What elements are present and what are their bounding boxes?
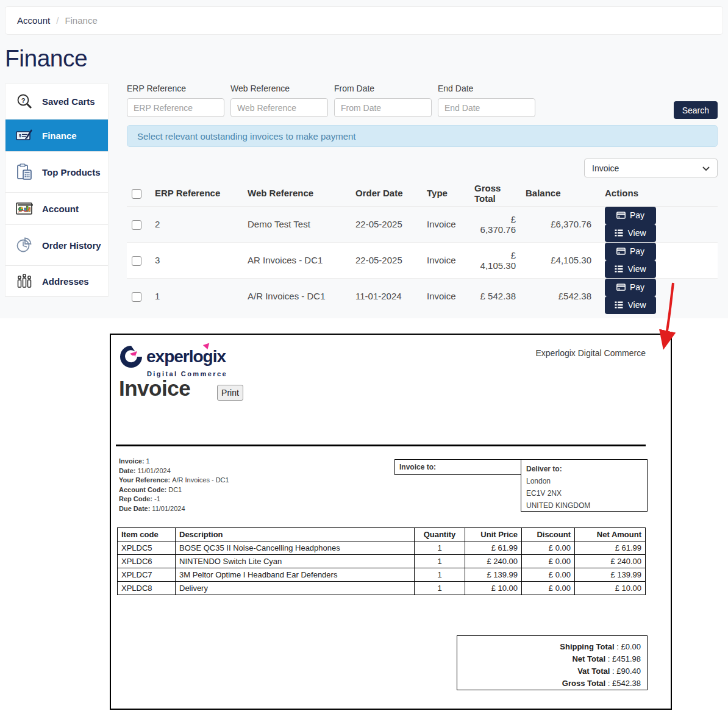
totals-line: Net Total : £451.98 [463,653,641,665]
invoices-table-header-row: ERP Reference Web Reference Order Date T… [127,180,718,206]
end-date-input[interactable] [438,98,535,117]
item-row: XPLDC5 BOSE QC35 II Noise-Cancelling Hea… [118,541,646,555]
totals-value: £0.00 [621,642,641,651]
invoice-doc-title: Invoice [119,376,190,401]
item-unit-price: £ 240.00 [465,555,522,568]
print-button[interactable]: Print [217,385,243,401]
invoice-items-table: Item code Description Quantity Unit Pric… [117,527,646,595]
list-icon [615,229,623,237]
invoice-header-right: Experlogix Digital Commerce [535,348,646,358]
list-icon [615,301,623,309]
item-discount: £ 0.00 [522,568,575,582]
item-description: Delivery [176,582,415,595]
pay-button[interactable]: Pay [605,207,656,224]
item-description: BOSE QC35 II Noise-Cancelling Headphones [176,541,415,555]
col-quantity: Quantity [415,528,465,541]
col-gross-total: Gross Total [469,180,521,206]
end-date-field-group: End Date [438,84,535,117]
experlogix-logo: experlogix Digital Commerce [119,345,227,377]
from-date-input[interactable] [334,98,432,117]
sidebar-item-finance[interactable]: $ Finance [5,120,108,152]
search-button[interactable]: Search [674,101,718,119]
search-question-icon: ? [15,93,34,111]
pay-button[interactable]: Pay [605,279,656,296]
deliver-to-line: EC1V 2NX [526,489,562,498]
col-discount: Discount [522,528,575,541]
items-header-row: Item code Description Quantity Unit Pric… [118,528,646,541]
col-actions: Actions [596,180,718,206]
breadcrumb-separator: / [56,15,59,26]
web-reference-input[interactable] [230,98,328,117]
info-banner: Select relevant outstanding invoices to … [127,125,718,147]
invoice-header-divider [116,445,646,446]
cell-web: Demo Test Test [243,206,351,242]
sidebar: ? Saved Carts $ Finance Top Products Acc… [5,84,109,297]
invoice-to-label: Invoice to: [399,463,436,471]
cell-erp: 3 [150,242,243,278]
item-quantity: 1 [415,555,465,568]
cell-gross: £ 6,370.76 [469,206,521,242]
totals-line: Gross Total : £542.38 [463,677,641,690]
document-type-select[interactable]: Invoice [584,159,718,177]
finance-main: ERP Reference Web Reference From Date En… [127,84,718,314]
end-date-label: End Date [438,84,535,93]
view-button[interactable]: View [605,224,656,242]
sidebar-item-saved-carts[interactable]: ? Saved Carts [5,84,108,120]
svg-text:$: $ [19,134,21,138]
stats-bars-icon [15,272,34,290]
item-quantity: 1 [415,541,465,555]
info-banner-text: Select relevant outstanding invoices to … [137,131,356,141]
view-button[interactable]: View [605,260,656,278]
meta-value: -1 [154,495,160,502]
col-type: Type [422,180,469,206]
row-checkbox[interactable] [132,220,141,230]
invoice-totals-box: Shipping Total : £0.00 Net Total : £451.… [457,635,648,690]
meta-label: Your Reference: [119,476,170,484]
erp-reference-input[interactable] [127,98,224,117]
breadcrumb-account-link[interactable]: Account [17,15,50,26]
cell-gross: £ 4,105.30 [469,242,521,278]
item-unit-price: £ 139.99 [465,568,522,582]
cell-date: 22-05-2025 [351,242,422,278]
svg-text:?: ? [21,96,26,104]
breadcrumb-current: Finance [65,15,97,26]
sidebar-item-top-products[interactable]: Top Products [5,152,108,193]
item-net-amount: £ 10.00 [575,582,646,595]
invoice-row: 2 Demo Test Test 22-05-2025 Invoice £ 6,… [127,206,718,242]
item-net-amount: £ 240.00 [575,555,646,568]
pay-button[interactable]: Pay [605,243,656,260]
erp-reference-field-group: ERP Reference [127,84,224,117]
item-row: XPLDC6 NINTENDO Switch Lite Cyan 1 £ 240… [118,555,646,568]
experlogix-wordmark: experlogix [146,347,226,366]
item-net-amount: £ 61.99 [575,541,646,555]
cell-date: 22-05-2025 [351,206,422,242]
item-discount: £ 0.00 [522,555,575,568]
sidebar-item-label: Account [42,203,79,215]
page-title: Finance [5,45,87,72]
erp-reference-label: ERP Reference [127,84,224,93]
select-all-checkbox[interactable] [132,189,141,199]
invoice-preview: experlogix Digital Commerce Experlogix D… [110,334,672,710]
item-unit-price: £ 61.99 [465,541,522,555]
chevron-down-icon [702,163,710,173]
meta-value: 11/01/2024 [152,505,185,512]
meta-label: Invoice: [119,457,145,465]
item-quantity: 1 [415,582,465,595]
row-checkbox[interactable] [132,256,141,266]
view-button[interactable]: View [605,296,656,314]
sidebar-item-label: Order History [42,240,101,251]
invoice-meta: Invoice:1 Date:11/01/2024 Your Reference… [119,457,229,513]
col-description: Description [176,528,415,541]
sidebar-item-account[interactable]: Account [5,193,108,225]
sidebar-item-addresses[interactable]: Addresses [5,266,108,297]
meta-label: Rep Code: [119,495,152,502]
cell-balance: £6,370.76 [521,206,596,242]
credit-card-icon [616,248,626,255]
row-checkbox[interactable] [132,292,141,302]
sidebar-item-label: Finance [42,130,77,141]
deliver-to-line: London [526,477,551,485]
sidebar-item-order-history[interactable]: Order History [5,225,108,266]
col-unit-price: Unit Price [465,528,522,541]
item-row: XPLDC7 3M Peltor Optime I Headband Ear D… [118,568,646,582]
deliver-to-box: Deliver to: London EC1V 2NX UNITED KINGD… [521,459,648,512]
